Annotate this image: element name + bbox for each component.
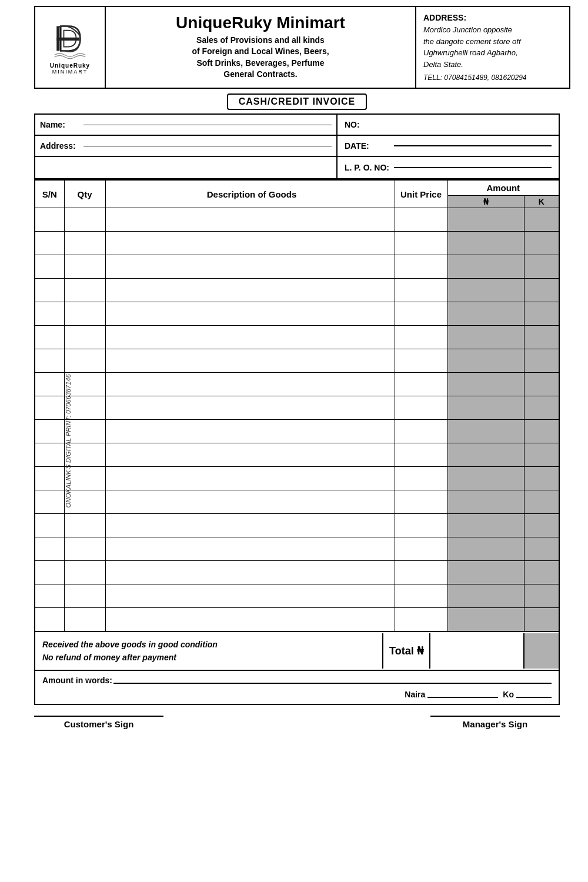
address-body: Mordico Junction opposite the dangote ce… bbox=[423, 24, 562, 70]
cell-unit bbox=[395, 561, 447, 584]
th-kobo: K bbox=[524, 196, 559, 208]
customer-sign-label: Customer's Sign bbox=[64, 719, 134, 729]
cell-sn bbox=[35, 396, 64, 420]
manager-sign-box: Manager's Sign bbox=[430, 716, 560, 729]
cell-qty bbox=[64, 326, 105, 349]
table-row bbox=[35, 373, 559, 396]
side-print-text: ONOKALINK'S DIGITAL PRINT: 07066387146 bbox=[65, 374, 72, 507]
cell-unit bbox=[395, 584, 447, 608]
name-field: Name: bbox=[35, 115, 336, 136]
logo-name: UniqueRuky bbox=[50, 62, 90, 69]
cell-desc bbox=[105, 443, 395, 467]
table-row bbox=[35, 537, 559, 561]
table-header-row-1: S/N Qty Description of Goods Unit Price … bbox=[35, 180, 559, 196]
manager-sign-line bbox=[430, 716, 560, 717]
cell-naira bbox=[447, 608, 524, 632]
cell-sn bbox=[35, 302, 64, 326]
invoice-no-row: NO: bbox=[338, 115, 559, 136]
cell-sn bbox=[35, 279, 64, 302]
table-row bbox=[35, 302, 559, 326]
date-label: DATE: bbox=[345, 141, 392, 151]
cell-sn bbox=[35, 443, 64, 467]
cell-qty bbox=[64, 279, 105, 302]
no-label: NO: bbox=[345, 120, 392, 129]
naira-part: Naira bbox=[405, 690, 498, 699]
total-row: Received the above goods in good conditi… bbox=[35, 632, 559, 671]
table-row bbox=[35, 584, 559, 608]
cell-sn bbox=[35, 608, 64, 632]
cell-qty bbox=[64, 537, 105, 561]
footer-section: Received the above goods in good conditi… bbox=[34, 632, 560, 706]
cell-desc bbox=[105, 279, 395, 302]
cell-naira bbox=[447, 255, 524, 279]
invoice-table: S/N Qty Description of Goods Unit Price … bbox=[34, 179, 560, 632]
cell-unit bbox=[395, 208, 447, 232]
cell-qty bbox=[64, 608, 105, 632]
cell-naira bbox=[447, 420, 524, 443]
cell-sn bbox=[35, 420, 64, 443]
cell-sn bbox=[35, 467, 64, 490]
cell-qty bbox=[64, 514, 105, 537]
table-row bbox=[35, 279, 559, 302]
cell-desc bbox=[105, 396, 395, 420]
address-field-extra bbox=[35, 157, 336, 178]
invoice-tbody bbox=[35, 208, 559, 632]
received-line2: No refund of money after payment bbox=[42, 651, 375, 664]
header-section: UniqueRuky MINIMART UniqueRuky Minimart … bbox=[34, 6, 570, 89]
cell-kobo bbox=[524, 208, 559, 232]
cell-sn bbox=[35, 537, 64, 561]
cell-naira bbox=[447, 443, 524, 467]
cell-kobo bbox=[524, 467, 559, 490]
lpo-label: L. P. O. NO: bbox=[345, 163, 392, 172]
company-desc: Sales of Provisions and all kinds of For… bbox=[192, 35, 329, 81]
lpo-line bbox=[394, 167, 552, 168]
cell-unit bbox=[395, 490, 447, 514]
cell-qty bbox=[64, 255, 105, 279]
cell-unit bbox=[395, 349, 447, 373]
cell-kobo bbox=[524, 443, 559, 467]
address-label: ADDRESS: bbox=[423, 12, 562, 24]
total-label: Total ₦ bbox=[383, 639, 429, 663]
cell-qty bbox=[64, 349, 105, 373]
cell-unit bbox=[395, 396, 447, 420]
company-name: UniqueRuky Minimart bbox=[176, 14, 345, 32]
cell-unit bbox=[395, 255, 447, 279]
company-info: UniqueRuky Minimart Sales of Provisions … bbox=[106, 7, 416, 88]
cell-unit bbox=[395, 279, 447, 302]
cell-kobo bbox=[524, 608, 559, 632]
table-row bbox=[35, 208, 559, 232]
name-line bbox=[83, 125, 332, 125]
cell-kobo bbox=[524, 349, 559, 373]
cell-unit bbox=[395, 420, 447, 443]
cell-desc bbox=[105, 584, 395, 608]
cell-qty bbox=[64, 302, 105, 326]
address-field: Address: bbox=[35, 136, 336, 157]
cell-naira bbox=[447, 232, 524, 255]
cell-qty bbox=[64, 561, 105, 584]
cell-sn bbox=[35, 373, 64, 396]
table-row bbox=[35, 420, 559, 443]
received-line1: Received the above goods in good conditi… bbox=[42, 638, 375, 651]
kobo-part: Ko bbox=[503, 690, 552, 699]
invoice-lpo-row: L. P. O. NO: bbox=[338, 157, 559, 178]
amount-words-line bbox=[113, 683, 552, 684]
cell-qty bbox=[64, 232, 105, 255]
address-line bbox=[83, 146, 332, 146]
cell-naira bbox=[447, 467, 524, 490]
svg-rect-1 bbox=[56, 38, 79, 41]
table-row bbox=[35, 561, 559, 584]
total-kobo-box bbox=[523, 633, 559, 669]
cell-sn bbox=[35, 232, 64, 255]
cell-qty bbox=[64, 584, 105, 608]
date-line bbox=[394, 145, 552, 146]
cell-kobo bbox=[524, 396, 559, 420]
table-row bbox=[35, 326, 559, 349]
naira-kobo-row: Naira Ko bbox=[35, 687, 559, 704]
received-notice: Received the above goods in good conditi… bbox=[35, 632, 382, 670]
th-sn: S/N bbox=[35, 180, 64, 208]
cell-sn bbox=[35, 326, 64, 349]
cell-desc bbox=[105, 326, 395, 349]
cell-naira bbox=[447, 514, 524, 537]
cell-naira bbox=[447, 326, 524, 349]
cell-desc bbox=[105, 208, 395, 232]
